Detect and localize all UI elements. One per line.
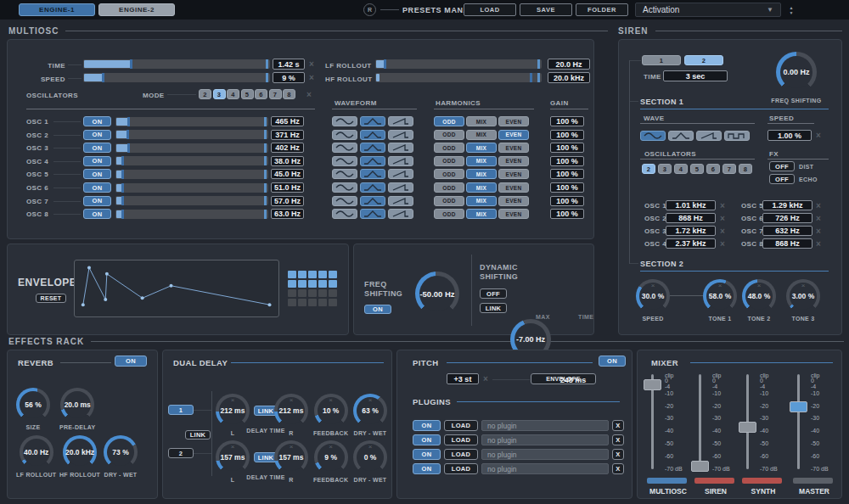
tone3-knob[interactable]: ×3.00 % — [786, 279, 820, 313]
env-grid-cell[interactable] — [329, 299, 337, 306]
dist-off-button[interactable]: OFF — [769, 161, 795, 171]
plugin-remove-button[interactable]: X — [612, 463, 624, 474]
harmonics-even-button[interactable]: EVEN — [498, 143, 529, 153]
tri-wave-button[interactable] — [360, 116, 385, 126]
dynamic-max-knob[interactable]: -7.00 Hz — [510, 319, 551, 360]
clear-icon[interactable]: × — [720, 215, 725, 223]
fader-handle[interactable] — [790, 401, 807, 412]
sine-wave-button[interactable] — [332, 169, 357, 179]
mode-buttons-5[interactable]: 5 — [241, 89, 254, 99]
speed-slider[interactable] — [83, 73, 270, 82]
tri-wave-button[interactable] — [668, 131, 694, 141]
tri-wave-button[interactable] — [360, 196, 385, 206]
delay2-r-knob[interactable]: ×157 ms — [274, 440, 308, 474]
siren-tab-1[interactable]: 1 — [642, 55, 681, 65]
siren-osc-buttons-4[interactable]: 4 — [674, 164, 688, 174]
siren-osc-buttons-7[interactable]: 7 — [722, 164, 736, 174]
tone1-knob[interactable]: ×58.0 % — [703, 279, 737, 313]
osc-gain-value[interactable]: 100 % — [550, 169, 584, 179]
harmonics-odd-button[interactable]: ODD — [434, 209, 464, 219]
plugin-name-field[interactable]: no plugin — [481, 434, 609, 445]
osc-freq-value[interactable]: 465 Hz — [271, 116, 304, 126]
saw-wave-button[interactable] — [388, 130, 413, 140]
plugin-remove-button[interactable]: X — [612, 420, 624, 431]
envelope-point[interactable] — [268, 303, 272, 306]
harmonics-mix-button[interactable]: MIX — [466, 116, 497, 126]
siren-osc-buttons-2[interactable]: 2 — [642, 164, 655, 174]
mode-buttons-6[interactable]: 6 — [255, 89, 267, 99]
saw-wave-button[interactable] — [388, 209, 413, 219]
mode-buttons-4[interactable]: 4 — [227, 89, 239, 99]
plugin-load-button[interactable]: LOAD — [444, 463, 478, 474]
plugin-on-button[interactable]: ON — [413, 420, 441, 431]
siren-osc-value[interactable]: 1.01 kHz — [666, 200, 716, 210]
harmonics-mix-button[interactable]: MIX — [466, 156, 497, 166]
plugin-load-button[interactable]: LOAD — [444, 420, 478, 431]
osc-on-button[interactable]: ON — [83, 169, 111, 179]
save-button[interactable]: SAVE — [520, 3, 572, 16]
envelope-graph[interactable] — [74, 260, 279, 317]
osc-gain-value[interactable]: 100 % — [550, 116, 584, 126]
siren-osc-value[interactable]: 726 Hz — [762, 213, 812, 223]
osc-on-button[interactable]: ON — [83, 182, 111, 193]
slider-handle[interactable] — [530, 73, 532, 82]
clear-icon[interactable]: × — [309, 74, 314, 82]
fader-handle[interactable] — [644, 379, 661, 390]
env-grid-cell[interactable] — [308, 280, 317, 288]
pitch-value[interactable]: +3 st — [447, 373, 479, 384]
hf-rollout-knob[interactable]: 20.0 kHz — [63, 435, 97, 469]
slider-handle[interactable] — [121, 183, 124, 193]
osc-gain-value[interactable]: 100 % — [550, 196, 584, 206]
harmonics-mix-button[interactable]: MIX — [466, 130, 497, 140]
clear-icon[interactable]: × — [816, 227, 821, 236]
delay2-l-knob[interactable]: ×157 ms — [216, 440, 250, 474]
mode-buttons-3[interactable]: 3 — [213, 89, 226, 99]
osc-freq-slider[interactable] — [115, 196, 268, 205]
osc-freq-value[interactable]: 51.0 Hz — [271, 182, 304, 193]
tab-engine-1[interactable]: ENGINE-1 — [19, 3, 95, 16]
osc-freq-value[interactable]: 371 Hz — [271, 130, 304, 140]
tri-wave-button[interactable] — [360, 130, 385, 140]
osc-gain-value[interactable]: 100 % — [550, 130, 584, 140]
siren-time-value[interactable]: 3 sec — [663, 70, 728, 81]
tri-wave-button[interactable] — [360, 143, 385, 153]
envelope-point[interactable] — [170, 284, 173, 288]
clear-icon[interactable]: × — [816, 240, 821, 249]
env-grid-cell[interactable] — [318, 280, 327, 288]
osc-on-button[interactable]: ON — [83, 143, 111, 153]
osc-on-button[interactable]: ON — [83, 196, 111, 206]
slider-handle[interactable] — [102, 73, 104, 82]
hf-rollout-value[interactable]: 20.0 kHz — [548, 72, 590, 83]
env-grid-cell[interactable] — [329, 289, 337, 297]
pitch-on-button[interactable]: ON — [599, 356, 626, 367]
osc-gain-value[interactable]: 100 % — [550, 156, 584, 166]
harmonics-odd-button[interactable]: ODD — [434, 116, 464, 126]
saw-wave-button[interactable] — [388, 182, 413, 193]
plugin-on-button[interactable]: ON — [413, 434, 441, 445]
harmonics-odd-button[interactable]: ODD — [434, 182, 464, 193]
sine-wave-button[interactable] — [332, 182, 357, 193]
slider-handle[interactable] — [130, 59, 132, 69]
harmonics-mix-button[interactable]: MIX — [466, 196, 497, 206]
envelope-point[interactable] — [104, 298, 107, 301]
siren-osc-value[interactable]: 1.72 kHz — [666, 226, 716, 236]
time-value[interactable]: 1.42 s — [273, 59, 305, 70]
r-badge-icon[interactable]: R — [363, 3, 376, 16]
osc-freq-value[interactable]: 45.0 Hz — [271, 169, 304, 179]
tab-engine-2[interactable]: ENGINE-2 — [98, 3, 175, 16]
clear-icon[interactable]: × — [816, 202, 821, 210]
time-slider[interactable] — [83, 59, 270, 69]
slider-handle[interactable] — [121, 196, 124, 205]
osc-on-button[interactable]: ON — [83, 116, 111, 126]
speed-value[interactable]: 9 % — [273, 72, 305, 83]
delay2-feedback-knob[interactable]: ×9 % — [314, 440, 348, 474]
env-grid-cell[interactable] — [288, 289, 296, 297]
env-grid-cell[interactable] — [298, 271, 306, 278]
env-grid-cell[interactable] — [298, 299, 306, 306]
saw-wave-button[interactable] — [696, 131, 722, 141]
clear-icon[interactable]: × — [720, 240, 725, 249]
siren-osc-value[interactable]: 632 Hz — [762, 226, 812, 236]
delay2-dry-wet-knob[interactable]: ×0 % — [353, 440, 387, 474]
hf-rollout-slider[interactable] — [375, 73, 542, 82]
sine-wave-button[interactable] — [332, 130, 357, 140]
